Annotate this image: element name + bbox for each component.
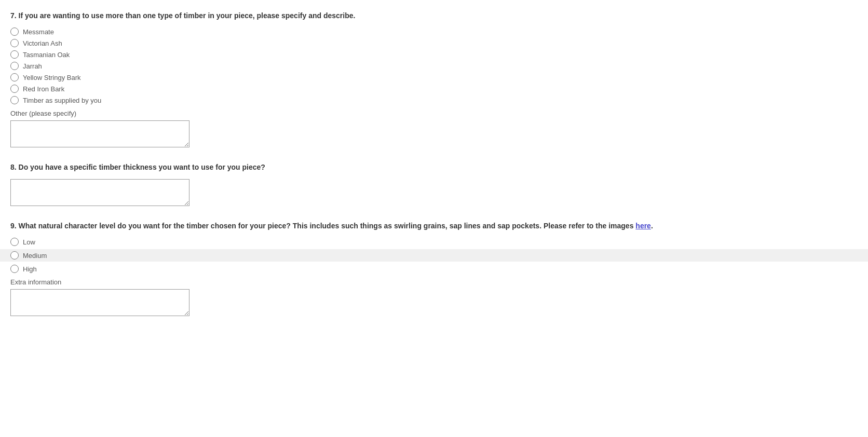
- here-link[interactable]: here: [635, 222, 651, 230]
- radio-victorian-ash[interactable]: [10, 39, 19, 47]
- label-tasmanian-oak: Tasmanian Oak: [23, 51, 70, 59]
- label-yellow-stringy-bark: Yellow Stringy Bark: [23, 74, 81, 81]
- question-9-text-part1: 9. What natural character level do you w…: [10, 222, 635, 230]
- label-messmate: Messmate: [23, 28, 54, 36]
- option-medium[interactable]: Medium: [10, 251, 868, 260]
- question-7-section: 7. If you are wanting to use more than o…: [10, 10, 858, 147]
- question-9-label: 9. What natural character level do you w…: [10, 221, 858, 231]
- question-9-text-part2: .: [651, 222, 653, 230]
- question-7-label: 7. If you are wanting to use more than o…: [10, 10, 858, 21]
- option-red-iron-bark[interactable]: Red Iron Bark: [10, 85, 858, 93]
- radio-high[interactable]: [10, 265, 19, 273]
- option-victorian-ash[interactable]: Victorian Ash: [10, 39, 858, 47]
- radio-messmate[interactable]: [10, 28, 19, 36]
- label-jarrah: Jarrah: [23, 62, 42, 70]
- radio-low[interactable]: [10, 238, 19, 246]
- radio-yellow-stringy-bark[interactable]: [10, 73, 19, 81]
- label-victorian-ash: Victorian Ash: [23, 39, 62, 47]
- option-jarrah[interactable]: Jarrah: [10, 62, 858, 70]
- other-specify-input[interactable]: [10, 120, 189, 147]
- question-8-label: 8. Do you have a specific timber thickne…: [10, 162, 858, 173]
- label-high: High: [23, 265, 37, 273]
- radio-medium[interactable]: [10, 251, 19, 260]
- label-red-iron-bark: Red Iron Bark: [23, 85, 64, 93]
- medium-row-highlight: Medium: [0, 249, 868, 262]
- option-messmate[interactable]: Messmate: [10, 28, 858, 36]
- other-label: Other (please specify): [10, 110, 858, 117]
- option-low[interactable]: Low: [10, 238, 858, 246]
- option-timber-supplied[interactable]: Timber as supplied by you: [10, 96, 858, 104]
- question-8-section: 8. Do you have a specific timber thickne…: [10, 162, 858, 206]
- label-medium: Medium: [23, 252, 47, 260]
- option-yellow-stringy-bark[interactable]: Yellow Stringy Bark: [10, 73, 858, 81]
- option-high[interactable]: High: [10, 265, 858, 273]
- label-low: Low: [23, 238, 35, 246]
- radio-tasmanian-oak[interactable]: [10, 50, 19, 59]
- label-timber-supplied: Timber as supplied by you: [23, 97, 101, 104]
- radio-jarrah[interactable]: [10, 62, 19, 70]
- option-tasmanian-oak[interactable]: Tasmanian Oak: [10, 50, 858, 59]
- question-7-radio-group: Messmate Victorian Ash Tasmanian Oak Jar…: [10, 28, 858, 104]
- radio-timber-supplied[interactable]: [10, 96, 19, 104]
- radio-red-iron-bark[interactable]: [10, 85, 19, 93]
- question-9-radio-group: Low Medium High: [10, 238, 858, 273]
- extra-info-input[interactable]: [10, 289, 189, 316]
- extra-info-label: Extra information: [10, 278, 858, 286]
- question-7-text: 7. If you are wanting to use more than o…: [10, 11, 355, 20]
- question-9-section: 9. What natural character level do you w…: [10, 221, 858, 316]
- timber-thickness-input[interactable]: [10, 179, 189, 206]
